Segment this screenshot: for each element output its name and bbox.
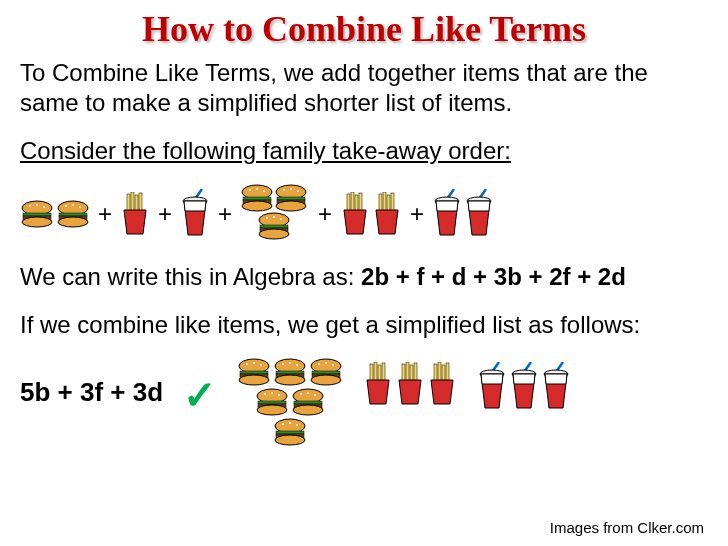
burger-icon	[273, 358, 307, 386]
svg-point-66	[296, 364, 298, 366]
svg-point-80	[278, 394, 280, 396]
svg-point-5	[36, 204, 38, 206]
svg-point-86	[307, 392, 309, 394]
svg-point-24	[249, 189, 251, 191]
svg-rect-101	[410, 365, 413, 382]
svg-rect-48	[391, 193, 394, 212]
result-expression: 5b + 3f + 3d	[20, 358, 163, 409]
svg-point-84	[293, 405, 323, 415]
food-equation-row: + + + + +	[20, 184, 708, 244]
svg-point-40	[280, 218, 282, 220]
burger-group-3	[240, 184, 310, 244]
svg-point-38	[266, 217, 268, 219]
svg-point-39	[273, 216, 275, 218]
consider-text: Consider the following family take-away …	[20, 136, 708, 166]
slide-body: To Combine Like Terms, we add together i…	[0, 54, 728, 454]
svg-point-57	[246, 363, 248, 365]
svg-rect-44	[359, 193, 362, 212]
fries-icon	[120, 192, 150, 236]
svg-point-4	[29, 205, 31, 207]
plus-sign: +	[94, 199, 116, 229]
burger-icon	[291, 388, 325, 416]
svg-point-70	[311, 375, 341, 385]
svg-rect-104	[438, 362, 441, 382]
svg-rect-105	[442, 365, 445, 382]
burger-icon	[273, 418, 307, 446]
fries-icon	[395, 362, 425, 406]
svg-point-78	[264, 393, 266, 395]
drink-icon	[541, 362, 571, 412]
svg-point-3	[22, 217, 52, 227]
svg-rect-103	[434, 364, 437, 382]
svg-point-94	[296, 424, 298, 426]
svg-rect-97	[378, 365, 381, 382]
svg-rect-45	[379, 194, 382, 212]
drink-icon	[509, 362, 539, 412]
svg-rect-99	[402, 364, 405, 382]
svg-rect-28	[277, 197, 305, 200]
svg-point-58	[253, 362, 255, 364]
svg-rect-96	[374, 362, 377, 382]
burger-icon	[257, 212, 291, 240]
svg-rect-8	[59, 213, 87, 216]
result-row: 5b + 3f + 3d ✓	[20, 358, 708, 450]
svg-point-71	[318, 363, 320, 365]
svg-rect-15	[131, 192, 134, 212]
drink-group-2	[432, 189, 494, 239]
drink-group-1	[180, 189, 210, 239]
svg-point-65	[289, 362, 291, 364]
fries-stack-3	[363, 358, 457, 406]
algebra-prefix: We can write this in Algebra as:	[20, 263, 361, 290]
svg-point-10	[58, 217, 88, 227]
intro-text: To Combine Like Terms, we add together i…	[20, 58, 708, 118]
image-credit: Images from Clker.com	[550, 519, 704, 536]
svg-point-91	[275, 435, 305, 445]
svg-point-25	[256, 188, 258, 190]
svg-point-30	[276, 201, 306, 211]
svg-rect-1	[23, 213, 51, 216]
svg-rect-46	[383, 192, 386, 212]
svg-point-87	[314, 394, 316, 396]
svg-rect-14	[127, 194, 130, 212]
svg-rect-47	[387, 195, 390, 212]
drink-icon	[477, 362, 507, 412]
svg-rect-102	[414, 363, 417, 382]
svg-rect-98	[382, 363, 385, 382]
svg-rect-41	[347, 194, 350, 212]
burger-icon	[20, 200, 54, 228]
fries-icon	[372, 192, 402, 236]
fries-group-2	[340, 192, 402, 236]
plus-sign: +	[314, 199, 336, 229]
fries-icon	[340, 192, 370, 236]
svg-point-12	[72, 204, 74, 206]
svg-rect-43	[355, 195, 358, 212]
svg-rect-68	[312, 371, 340, 374]
svg-rect-95	[370, 364, 373, 382]
svg-point-77	[257, 405, 287, 415]
checkmark-icon: ✓	[183, 358, 217, 420]
burger-icon	[255, 388, 289, 416]
svg-rect-16	[135, 195, 138, 212]
drink-icon	[432, 189, 462, 239]
algebra-expression: 2b + f + d + 3b + 2f + 2d	[361, 263, 626, 290]
fries-icon	[363, 362, 393, 406]
svg-point-85	[300, 393, 302, 395]
svg-point-72	[325, 362, 327, 364]
svg-point-59	[260, 364, 262, 366]
slide-title: How to Combine Like Terms	[0, 0, 728, 54]
burger-icon	[274, 184, 308, 212]
svg-rect-82	[294, 401, 322, 404]
burger-icon	[240, 184, 274, 212]
burger-icon	[56, 200, 90, 228]
burger-icon	[237, 358, 271, 386]
drink-icon	[180, 189, 210, 239]
svg-rect-61	[276, 371, 304, 374]
svg-point-13	[79, 206, 81, 208]
svg-rect-89	[276, 431, 304, 434]
svg-point-31	[283, 189, 285, 191]
burger-group-2	[20, 200, 90, 228]
plus-sign: +	[154, 199, 176, 229]
drinks-stack-3	[477, 358, 571, 412]
combine-text: If we combine like items, we get a simpl…	[20, 310, 708, 340]
svg-point-63	[275, 375, 305, 385]
